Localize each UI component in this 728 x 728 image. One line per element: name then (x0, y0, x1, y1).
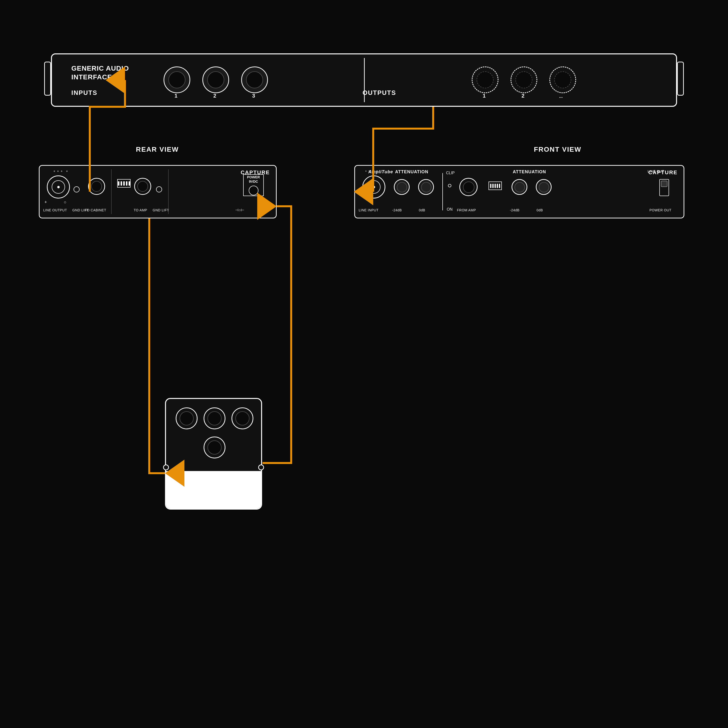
audio-interface: GENERIC AUDIO INTERFACE INPUTS 1 2 3 OUT… (51, 54, 677, 107)
ai-inputs-label: INPUTS (71, 89, 97, 96)
to-cabinet-jack (88, 178, 105, 195)
line-out-label: LINE OUT (647, 170, 664, 173)
rear-connector-block (117, 179, 130, 188)
line-input-label: LINE INPUT (359, 208, 379, 213)
pedal-knob-2 (203, 407, 225, 429)
front-usb-dots: ⚬⚬⚬ ⚬ (365, 170, 379, 173)
output-label-3: ... (559, 94, 563, 99)
rear-xlr-ring: ○ (64, 200, 66, 205)
knob-attenuation2-0[interactable] (536, 179, 552, 195)
from-amp-jack (459, 178, 477, 196)
attenuation2-label: ATTENUATION (513, 170, 546, 174)
ai-ear-right (677, 62, 684, 96)
knob2-24db-label: -24dB (510, 208, 520, 213)
output-jack-2 (511, 66, 537, 93)
pedal-jack-right (258, 465, 264, 470)
input-jack-1 (164, 66, 190, 93)
rear-divider-2 (168, 170, 169, 214)
rear-view-label: REAR VIEW (136, 145, 179, 153)
pedal-knob-4 (203, 437, 225, 459)
line-output-label: LINE OUTPUT (43, 208, 67, 213)
to-amp-jack (134, 178, 151, 195)
clip-label: CLIP (446, 171, 455, 175)
wiring-svg (0, 0, 728, 728)
knob-attenuation2-24[interactable] (512, 179, 527, 195)
line-out-switch[interactable] (659, 179, 669, 196)
on-label: ON (447, 207, 453, 212)
pedal-footswitch-area (166, 471, 261, 509)
attenuation1-label: ATTENUATION (395, 170, 428, 174)
input-label-3: 3 (252, 93, 255, 99)
front-view-label: FRONT VIEW (534, 145, 581, 153)
rear-usb-dots: ⚬⚬⚬ ⚬ (53, 170, 69, 173)
knob-attenuation1-0[interactable] (418, 179, 434, 195)
capture-front: CAPTURE AmpliTube ⚬⚬⚬ ⚬ LINE INPUT ATTEN… (354, 165, 684, 219)
ai-outputs-label: OUTPUTS (362, 89, 396, 96)
ai-ear-left (44, 62, 51, 96)
diagram-container: GENERIC AUDIO INTERFACE INPUTS 1 2 3 OUT… (0, 0, 728, 728)
rear-xlr-plus: + (44, 200, 47, 205)
pedal-jack-left (163, 465, 169, 470)
output-label-2: 2 (522, 93, 525, 99)
front-center-divider (442, 173, 443, 210)
rear-xlr-jack (47, 176, 70, 199)
knob-attenuation1-24[interactable] (394, 179, 410, 195)
capture-rear: CAPTURE ⚬⚬⚬ ⚬ + ○ LINE OUTPUT GND LIFT T… (39, 165, 277, 219)
input-label-1: 1 (174, 93, 177, 99)
rear-divider-1 (111, 170, 112, 214)
to-amp-label: TO AMP (134, 208, 147, 213)
knob1-24db-label: -24dB (392, 208, 402, 213)
input-jack-3 (241, 66, 268, 93)
dc-chain-icon: ⊣○⊢ (235, 208, 245, 213)
output-label-1: 1 (483, 93, 486, 99)
front-connector-block (488, 182, 502, 190)
ai-title: GENERIC AUDIO INTERFACE (71, 64, 129, 82)
input-jack-2 (202, 66, 229, 93)
power-out-label: POWER OUT (649, 208, 671, 213)
wire-toamp-to-pedal (149, 219, 165, 473)
knob2-0db-label: 0dB (537, 208, 543, 213)
from-amp-label: FROM AMP (457, 208, 476, 213)
to-cabinet-label: TO CABINET (85, 208, 106, 213)
clip-led (448, 184, 451, 187)
wire-pedal-to-rear (263, 206, 291, 463)
output-jack-3 (549, 66, 576, 93)
pedal-knob-3 (231, 407, 253, 429)
gnd-lift-label2: GND LIFT (153, 208, 169, 213)
power-socket-box: POWER9VDC (243, 174, 264, 196)
knob1-0db-label: 0dB (419, 208, 425, 213)
output-jack-1 (472, 66, 499, 93)
front-line-input-jack (362, 176, 385, 199)
input-label-2: 2 (213, 93, 216, 99)
gnd-lift-button2 (156, 187, 162, 193)
guitar-pedal (165, 398, 262, 509)
gnd-lift-button-rear (73, 187, 80, 193)
pedal-knob-1 (176, 407, 197, 429)
